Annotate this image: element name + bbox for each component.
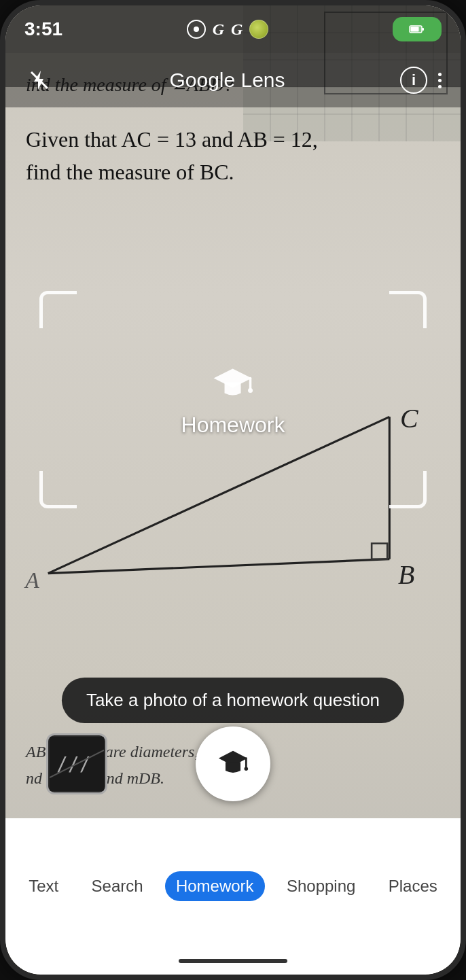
lens-header: Google Lens i bbox=[5, 53, 461, 107]
tab-homework[interactable]: Homework bbox=[165, 871, 265, 901]
svg-text:C: C bbox=[400, 404, 418, 434]
tooltip-bar: Take a photo of a homework question bbox=[62, 678, 404, 723]
tooltip-text: Take a photo of a homework question bbox=[86, 690, 380, 710]
tab-shopping-label: Shopping bbox=[287, 877, 355, 896]
battery-icon bbox=[393, 17, 442, 41]
svg-point-20 bbox=[194, 27, 199, 32]
g-logo-1: G bbox=[213, 20, 224, 39]
tab-places[interactable]: Places bbox=[378, 871, 448, 901]
lens-title: Google Lens bbox=[169, 69, 285, 92]
tab-homework-label: Homework bbox=[176, 877, 254, 896]
triangle-diagram: C B A bbox=[5, 372, 461, 603]
phone-frame: ind the measure of ∠ABD? Given that AC =… bbox=[0, 0, 466, 980]
thumbnail[interactable]: /// bbox=[46, 733, 107, 794]
capture-homework-icon bbox=[216, 747, 250, 781]
info-icon[interactable]: i bbox=[400, 67, 427, 94]
bottom-tabs: Text Search Homework Shopping Places bbox=[5, 818, 461, 975]
tab-shopping[interactable]: Shopping bbox=[276, 871, 366, 901]
math-question: Given that AC = 13 and AB = 12,find the … bbox=[26, 123, 440, 188]
capture-button[interactable] bbox=[196, 727, 270, 801]
svg-line-13 bbox=[48, 559, 390, 574]
svg-rect-16 bbox=[372, 544, 387, 559]
svg-rect-22 bbox=[422, 28, 424, 31]
header-right: i bbox=[400, 67, 442, 94]
status-bar: 3:51 G G bbox=[5, 5, 461, 53]
svg-line-15 bbox=[48, 417, 390, 573]
svg-text:A: A bbox=[24, 567, 39, 593]
svg-point-34 bbox=[245, 767, 249, 771]
svg-rect-23 bbox=[410, 27, 418, 32]
tab-search[interactable]: Search bbox=[81, 871, 154, 901]
tab-text-label: Text bbox=[29, 877, 58, 896]
tennis-ball-icon bbox=[249, 20, 268, 39]
tab-places-label: Places bbox=[389, 877, 437, 896]
g-logo-2: G bbox=[231, 20, 243, 39]
tabs-row: Text Search Homework Shopping Places bbox=[5, 818, 461, 947]
screen-record-icon bbox=[187, 20, 206, 39]
flash-icon[interactable] bbox=[24, 65, 54, 95]
tab-search-label: Search bbox=[92, 877, 143, 896]
home-indicator bbox=[5, 947, 461, 975]
more-options-icon[interactable] bbox=[438, 73, 442, 88]
bottom-controls: /// bbox=[5, 716, 461, 811]
home-bar bbox=[179, 959, 287, 963]
status-time: 3:51 bbox=[24, 18, 62, 40]
status-icons: G G bbox=[187, 20, 269, 39]
status-right bbox=[393, 17, 442, 41]
svg-text:B: B bbox=[398, 560, 414, 590]
tab-text[interactable]: Text bbox=[18, 871, 69, 901]
screen: ind the measure of ∠ABD? Given that AC =… bbox=[5, 5, 461, 975]
